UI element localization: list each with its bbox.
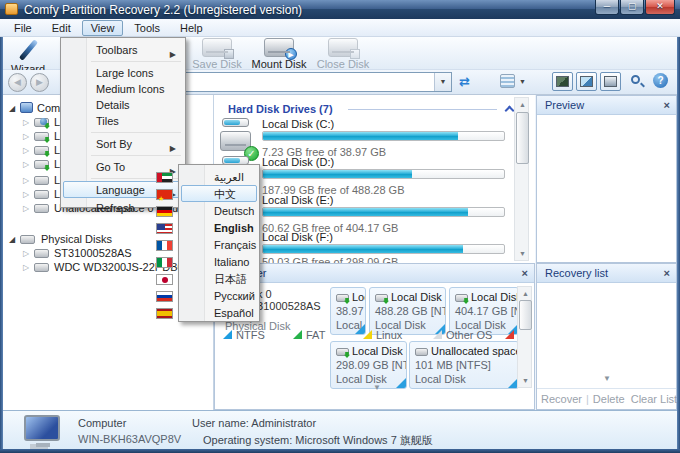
scrollbar-thumb[interactable] bbox=[516, 112, 529, 164]
expand-icon[interactable]: ▷ bbox=[23, 176, 29, 185]
preview-panel-button[interactable] bbox=[576, 72, 597, 91]
group-header[interactable]: Hard Disk Drives (7) bbox=[228, 103, 333, 115]
flag-spain-icon bbox=[156, 308, 173, 319]
chevron-down-icon: ▼ bbox=[519, 78, 526, 85]
view-options-icon bbox=[500, 74, 515, 88]
menu-item-italian[interactable]: Italiano bbox=[181, 253, 257, 270]
recovery-list-panel-button[interactable] bbox=[600, 72, 621, 91]
scroll-up-icon[interactable]: ▲ bbox=[519, 287, 532, 300]
disk-icon bbox=[34, 160, 49, 169]
help-icon[interactable]: ? bbox=[653, 73, 668, 88]
drives-scrollbar[interactable]: ▲ ▼ bbox=[514, 97, 529, 261]
flag-france-icon bbox=[156, 240, 173, 251]
fat-triangle-icon bbox=[293, 330, 302, 339]
expand-icon[interactable]: ◢ bbox=[9, 104, 15, 113]
menu-item-japanese[interactable]: 日本語 bbox=[181, 270, 257, 287]
combobox-dropdown-icon[interactable]: ▼ bbox=[434, 73, 451, 91]
menu-item-toolbars[interactable]: Toolbars▶ bbox=[63, 41, 183, 58]
menu-item-english[interactable]: English bbox=[181, 219, 257, 236]
expand-icon[interactable]: ▷ bbox=[23, 132, 29, 141]
close-button[interactable]: ✕ bbox=[645, 0, 675, 15]
disk-icon bbox=[20, 235, 35, 244]
collapse-chevron-icon[interactable] bbox=[505, 106, 515, 116]
flag-japan-icon bbox=[156, 274, 173, 285]
flag-germany-icon bbox=[156, 206, 173, 217]
menu-edit[interactable]: Edit bbox=[43, 20, 80, 36]
play-badge-icon: ▶ bbox=[285, 48, 297, 60]
menu-view[interactable]: View bbox=[82, 20, 124, 36]
expand-icon[interactable]: ▷ bbox=[23, 190, 29, 199]
app-window: Comfy Partition Recovery 2.2 (Unregister… bbox=[0, 0, 680, 453]
disk-icon bbox=[34, 190, 49, 199]
scrollbar-thumb[interactable] bbox=[519, 300, 532, 330]
expand-icon[interactable]: ▷ bbox=[23, 146, 29, 155]
app-icon bbox=[5, 3, 18, 15]
back-button[interactable]: ◀ bbox=[8, 73, 27, 92]
menu-item-spanish[interactable]: Español bbox=[181, 304, 257, 321]
close-icon[interactable]: × bbox=[664, 99, 670, 111]
menu-item-french[interactable]: Français bbox=[181, 236, 257, 253]
flag-uae-icon bbox=[156, 172, 173, 183]
menu-separator bbox=[91, 61, 181, 62]
menu-item-details[interactable]: Details bbox=[63, 96, 183, 113]
menu-help[interactable]: Help bbox=[171, 20, 212, 36]
view-options-button[interactable]: ▼ bbox=[500, 73, 530, 91]
linux-triangle-icon bbox=[363, 330, 372, 339]
refresh-icon[interactable]: ⇄ bbox=[459, 74, 470, 89]
expand-icon[interactable]: ▷ bbox=[23, 204, 29, 213]
scroll-up-icon[interactable]: ▲ bbox=[516, 98, 529, 111]
recovery-list-panel: Recovery list × ▼ Recover|Delete Clear L… bbox=[536, 263, 677, 410]
expand-icon[interactable]: ▷ bbox=[23, 249, 29, 258]
wizard-button[interactable]: Wizard bbox=[4, 37, 52, 70]
scroll-down-icon[interactable]: ▼ bbox=[516, 247, 529, 260]
menu-separator bbox=[91, 155, 181, 156]
search-icon[interactable] bbox=[631, 75, 640, 84]
scroll-down-icon[interactable]: ▼ bbox=[519, 374, 532, 387]
expand-icon[interactable]: ▷ bbox=[23, 160, 29, 169]
expand-icon[interactable]: ▷ bbox=[23, 118, 29, 127]
corrupted-triangle-icon bbox=[505, 330, 514, 339]
titlebar[interactable]: Comfy Partition Recovery 2.2 (Unregister… bbox=[0, 0, 680, 19]
close-icon[interactable]: × bbox=[664, 267, 670, 279]
flag-usa-icon bbox=[156, 223, 173, 234]
manager-scrollbar[interactable]: ▲ ▼ bbox=[517, 286, 532, 388]
menu-file[interactable]: File bbox=[5, 20, 41, 36]
statusbar: Computer WIN-BKH63AVQP8V User name: Admi… bbox=[0, 410, 680, 449]
ntfs-triangle-icon bbox=[223, 330, 232, 339]
partition-card[interactable]: Local Disk (C:) 38.97 GB [NTFS] Local Di… bbox=[330, 287, 366, 335]
menu-item-arabic[interactable]: العربية bbox=[181, 168, 257, 185]
legend-other-os: Other OS bbox=[433, 264, 492, 405]
expand-icon[interactable]: ▷ bbox=[23, 263, 29, 272]
menu-item-sort-by[interactable]: Sort By▶ bbox=[63, 135, 183, 152]
disk-icon bbox=[34, 146, 49, 155]
language-submenu-popup: العربية ★ 中文 Deutsch English Français It… bbox=[178, 164, 260, 322]
computer-icon bbox=[20, 102, 33, 113]
radio-dot-icon bbox=[40, 118, 47, 125]
disk-icon bbox=[415, 348, 428, 356]
menu-item-chinese[interactable]: ★ 中文 bbox=[181, 185, 257, 202]
group-rule bbox=[348, 109, 497, 110]
save-disk-icon bbox=[202, 38, 232, 57]
preview-icon bbox=[580, 76, 593, 87]
menu-item-russian[interactable]: Русский bbox=[181, 287, 257, 304]
save-disk-button: Save Disk bbox=[190, 37, 244, 70]
expand-hint-icon[interactable]: ▼ bbox=[603, 374, 611, 383]
mount-disk-button[interactable]: ▶ Mount Disk bbox=[248, 37, 310, 70]
minimize-button[interactable]: ─ bbox=[595, 0, 619, 15]
forward-button[interactable]: ▶ bbox=[30, 73, 49, 92]
delete-button[interactable]: Delete bbox=[593, 393, 625, 405]
maximize-button[interactable]: ▢ bbox=[620, 0, 644, 15]
recover-button[interactable]: Recover bbox=[541, 393, 582, 405]
menu-item-german[interactable]: Deutsch bbox=[181, 202, 257, 219]
menu-item-tiles[interactable]: Tiles bbox=[63, 112, 183, 129]
thumbnail-panel-button[interactable] bbox=[552, 72, 573, 91]
menu-item-medium-icons[interactable]: Medium Icons bbox=[63, 80, 183, 97]
preview-title: Preview bbox=[545, 99, 584, 111]
clear-list-button[interactable]: Clear List bbox=[631, 393, 677, 405]
computer-label: Computer bbox=[78, 417, 126, 429]
expand-icon[interactable]: ◢ bbox=[9, 235, 15, 244]
drives-panel: Hard Disk Drives (7) Local Disk (C:) ✓ 7… bbox=[214, 95, 535, 263]
disk-icon bbox=[34, 249, 49, 258]
menu-tools[interactable]: Tools bbox=[125, 20, 169, 36]
menu-item-large-icons[interactable]: Large Icons bbox=[63, 64, 183, 81]
